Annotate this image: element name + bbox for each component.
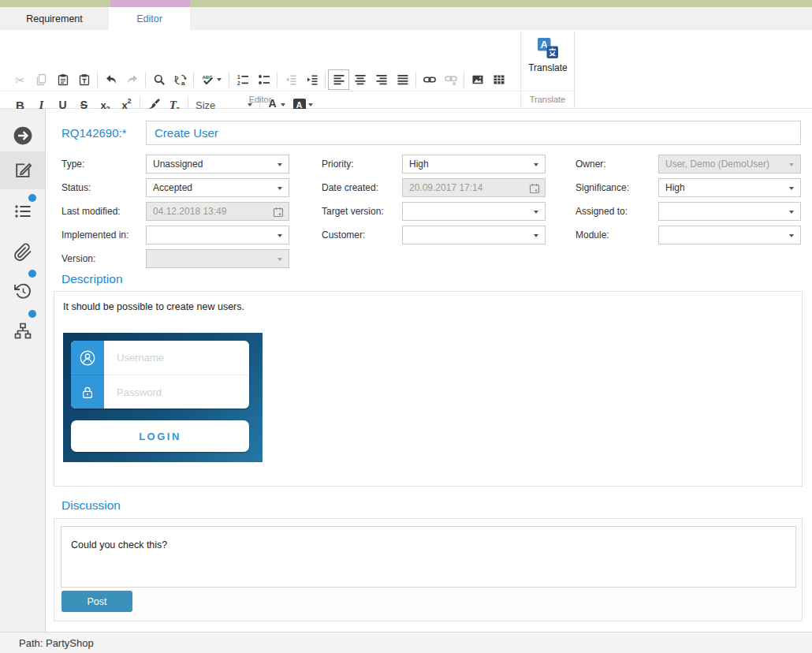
tab-editor[interactable]: Editor	[109, 7, 190, 30]
edit-icon	[13, 160, 33, 181]
toolbar-separator	[145, 72, 146, 88]
sidebar-item-hierarchy[interactable]	[0, 322, 45, 341]
paste-icon	[57, 73, 69, 86]
status-dropdown[interactable]: Accepted	[146, 178, 289, 197]
sidebar-item-attachments[interactable]	[0, 243, 45, 262]
sidebar-item-list[interactable]	[0, 202, 45, 221]
sidebar-item-editor[interactable]	[0, 151, 45, 189]
undo-button[interactable]	[100, 69, 121, 90]
indent-icon	[306, 73, 318, 86]
copy-button	[31, 69, 52, 90]
sidebar-item-history[interactable]	[0, 282, 45, 300]
target-version-dropdown[interactable]	[402, 202, 546, 221]
ribbon-tab-bar: Requirement Editor	[0, 7, 812, 30]
discussion-comment-input[interactable]: Could you check this?	[61, 526, 796, 588]
post-button[interactable]: Post	[61, 591, 132, 612]
dropdown-caret-icon	[277, 187, 282, 190]
date-created-label: Date created:	[322, 178, 378, 197]
justify-icon	[397, 73, 409, 86]
owner-dropdown: User, Demo (DemoUser)	[658, 155, 801, 174]
calendar-icon	[272, 206, 285, 218]
lock-icon	[80, 385, 95, 401]
dropdown-caret-icon	[789, 187, 794, 190]
type-dropdown[interactable]: Unassigned	[146, 155, 289, 174]
username-icon-strip	[71, 341, 104, 375]
align-left-button[interactable]	[328, 69, 349, 90]
dropdown-caret-icon	[789, 163, 794, 166]
link-button[interactable]	[419, 69, 440, 90]
implemented-in-dropdown[interactable]	[146, 226, 289, 244]
password-placeholder: Password	[117, 386, 162, 398]
requirement-id-label: RQ142690:*	[61, 126, 127, 140]
login-button-graphic: LOGIN	[71, 420, 249, 452]
search-icon	[153, 73, 166, 86]
notification-badge	[28, 270, 36, 278]
priority-label: Priority:	[322, 155, 354, 174]
align-center-icon	[354, 73, 367, 86]
version-dropdown	[146, 249, 289, 268]
module-label: Module:	[575, 226, 609, 244]
priority-dropdown[interactable]: High	[402, 155, 546, 174]
ribbon-toolbar: ✂ ba ABC 12 B I U S x2 x2	[0, 30, 812, 109]
align-center-button[interactable]	[349, 69, 371, 90]
owner-label: Owner:	[575, 155, 606, 174]
replace-button[interactable]: ba	[169, 69, 191, 90]
customer-dropdown[interactable]	[402, 226, 546, 244]
toolbar-separator	[415, 72, 416, 88]
paste-button[interactable]	[52, 69, 73, 90]
find-button[interactable]	[148, 69, 169, 90]
align-right-icon	[375, 73, 388, 86]
left-sidebar	[0, 109, 46, 632]
username-placeholder: Username	[117, 352, 164, 364]
last-modified-field: 04.12.2018 13:49	[146, 202, 289, 221]
indent-button[interactable]	[301, 69, 322, 90]
outdent-icon	[285, 73, 297, 86]
implemented-in-label: Implemented in:	[61, 226, 129, 244]
description-editor-area[interactable]: It should be possible to create new user…	[54, 291, 803, 487]
sidebar-item-navigate[interactable]	[0, 125, 45, 146]
bullet-list-button[interactable]	[253, 69, 274, 90]
arrow-circle-icon	[13, 125, 33, 146]
login-card: Username Password	[71, 341, 249, 409]
align-left-icon	[333, 73, 345, 86]
spellcheck-button[interactable]: ABC	[196, 69, 226, 90]
toolbar-separator	[193, 72, 194, 88]
table-button[interactable]	[488, 69, 509, 90]
password-icon-strip	[71, 375, 104, 409]
paperclip-icon	[13, 243, 32, 262]
history-icon	[13, 282, 32, 300]
toolbar-separator	[229, 72, 229, 88]
tab-requirement[interactable]: Requirement	[0, 7, 109, 30]
redo-button	[121, 69, 143, 90]
image-button[interactable]	[467, 69, 488, 90]
notification-badge	[28, 310, 36, 318]
image-icon	[471, 73, 484, 86]
translate-group-label: Translate	[521, 95, 574, 104]
dropdown-caret-icon	[277, 234, 282, 237]
numbered-list-button[interactable]: 12	[232, 69, 253, 90]
translate-button[interactable]: A Translate	[523, 32, 573, 89]
justify-button[interactable]	[392, 69, 413, 90]
paste-text-button[interactable]	[73, 69, 95, 90]
editor-group-label: Editor	[0, 95, 520, 104]
last-modified-label: Last modified:	[61, 202, 121, 221]
toolbar-separator	[277, 72, 277, 88]
toolbar-separator	[325, 72, 326, 88]
significance-dropdown[interactable]: High	[658, 178, 801, 197]
dropdown-caret-icon	[789, 211, 794, 214]
requirement-title-input[interactable]	[146, 121, 801, 145]
discussion-panel: Could you check this? Post	[54, 518, 803, 621]
status-bar: Path: PartyShop	[0, 632, 812, 653]
module-dropdown[interactable]	[658, 226, 801, 244]
align-right-button[interactable]	[371, 69, 392, 90]
undo-icon	[105, 73, 117, 86]
svg-text:2: 2	[237, 80, 240, 86]
discussion-comment-text: Could you check this?	[71, 539, 167, 550]
bullet-list-icon	[258, 73, 270, 86]
version-label: Version:	[61, 249, 95, 268]
scissors-icon: ✂	[15, 74, 25, 86]
paste-text-icon	[78, 73, 91, 86]
assigned-to-dropdown[interactable]	[658, 202, 801, 221]
translate-icon: A	[536, 36, 560, 60]
description-text: It should be possible to create new user…	[63, 301, 244, 312]
